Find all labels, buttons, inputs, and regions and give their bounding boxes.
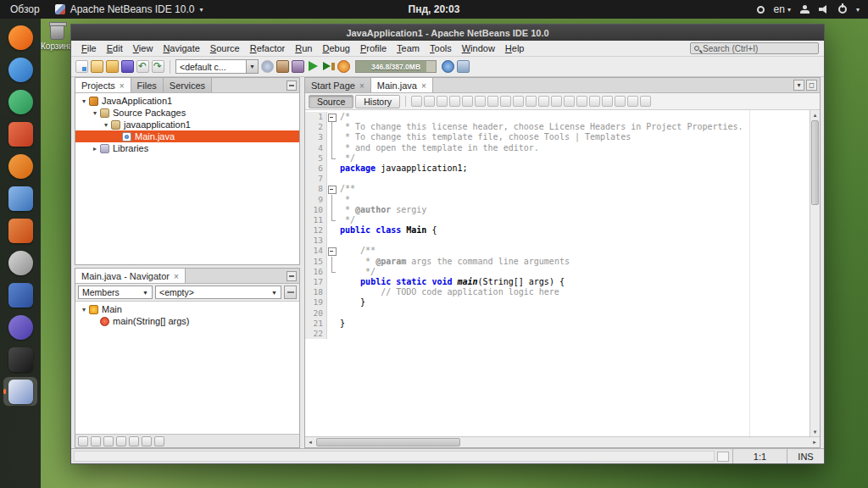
shift-left-icon[interactable] bbox=[576, 96, 587, 107]
menu-team[interactable]: Team bbox=[392, 43, 425, 53]
keyboard-layout-indicator[interactable]: en ▾ bbox=[774, 3, 791, 15]
filter-combobox[interactable]: <empty> ▼ bbox=[155, 286, 281, 299]
uncomment-lines-icon[interactable] bbox=[640, 96, 651, 107]
code-line[interactable]: 21} bbox=[305, 319, 810, 329]
activities-button[interactable]: Обзор bbox=[8, 3, 42, 15]
new-project-icon[interactable] bbox=[91, 60, 103, 73]
system-menu-chevron-icon[interactable]: ▾ bbox=[856, 6, 860, 14]
code-line[interactable]: 18 // TODO code application logic here bbox=[305, 287, 810, 297]
sort-alpha-icon[interactable] bbox=[129, 436, 139, 446]
sort-source-icon[interactable] bbox=[142, 436, 152, 446]
code-line[interactable]: 8/** bbox=[305, 184, 810, 194]
cast-icon[interactable] bbox=[757, 6, 765, 14]
code-line[interactable]: 4 * and open the template in the editor. bbox=[305, 143, 810, 153]
menu-window[interactable]: Window bbox=[457, 43, 500, 53]
close-icon[interactable] bbox=[359, 80, 364, 91]
view-history-button[interactable]: History bbox=[355, 95, 400, 108]
last-edit-icon[interactable] bbox=[411, 96, 422, 107]
comment-lines-icon[interactable] bbox=[627, 96, 638, 107]
horizontal-scroll-thumb[interactable] bbox=[316, 438, 460, 446]
project-configuration-icon[interactable] bbox=[261, 60, 274, 73]
dock-libreoffice[interactable] bbox=[3, 216, 37, 245]
build-project-icon[interactable] bbox=[276, 60, 289, 73]
shift-right-icon[interactable] bbox=[589, 96, 600, 107]
dock-writer-document[interactable] bbox=[3, 184, 37, 213]
previous-error-icon[interactable] bbox=[551, 96, 562, 107]
code-line[interactable]: 7 bbox=[305, 174, 810, 184]
toggle-search-highlight-icon[interactable] bbox=[500, 96, 511, 107]
dock-rhythmbox[interactable] bbox=[3, 152, 37, 180]
dock-mail[interactable] bbox=[3, 119, 37, 148]
scroll-down-icon[interactable]: ▾ bbox=[810, 427, 820, 436]
tab-services[interactable]: Services bbox=[164, 78, 212, 92]
find-next-icon[interactable] bbox=[475, 96, 486, 107]
code-line[interactable]: 22 bbox=[305, 329, 810, 339]
show-non-public-icon[interactable] bbox=[116, 436, 126, 446]
code-line[interactable]: 2 * To change this license header, choos… bbox=[305, 122, 810, 132]
app-menu[interactable]: Apache NetBeans IDE 10.0 ▾ bbox=[55, 3, 203, 15]
clock[interactable]: Пнд, 20:03 bbox=[409, 3, 460, 15]
forward-icon[interactable] bbox=[437, 96, 448, 107]
tab-list-icon[interactable]: ▾ bbox=[793, 80, 804, 91]
volume-icon[interactable] bbox=[819, 5, 829, 14]
fold-collapse-icon[interactable] bbox=[327, 246, 337, 256]
minimize-panel-icon[interactable] bbox=[287, 80, 297, 91]
code-line[interactable]: 10 * @author sergiy bbox=[305, 205, 810, 215]
clean-and-build-project-icon[interactable] bbox=[292, 60, 304, 73]
power-icon[interactable] bbox=[838, 5, 847, 14]
scroll-up-icon[interactable]: ▴ bbox=[810, 110, 820, 119]
close-icon[interactable] bbox=[120, 80, 125, 91]
search-input[interactable]: Search (Ctrl+I) bbox=[690, 42, 819, 54]
next-error-icon[interactable] bbox=[564, 96, 575, 107]
open-project-icon[interactable] bbox=[106, 60, 119, 73]
dock-files[interactable] bbox=[3, 55, 37, 84]
tree-item-main[interactable]: ▾Main bbox=[75, 303, 299, 315]
debug-project-icon[interactable] bbox=[322, 60, 335, 73]
tab-projects[interactable]: Projects bbox=[75, 78, 131, 92]
menu-file[interactable]: File bbox=[76, 43, 102, 53]
notifications-icon[interactable] bbox=[717, 452, 729, 462]
tab-files[interactable]: Files bbox=[131, 78, 164, 92]
incremental-search-icon[interactable] bbox=[462, 96, 473, 107]
next-bookmark-icon[interactable] bbox=[526, 96, 537, 107]
members-dropdown[interactable]: Members ▼ bbox=[78, 286, 153, 299]
tree-item-main-string-args[interactable]: main(String[] args) bbox=[75, 315, 299, 327]
dock-terminal[interactable] bbox=[3, 345, 37, 374]
run-project-icon[interactable] bbox=[307, 60, 320, 73]
redo-icon[interactable] bbox=[152, 60, 164, 73]
show-static-icon[interactable] bbox=[103, 436, 114, 446]
menu-profile[interactable]: Profile bbox=[355, 43, 392, 53]
menu-navigate[interactable]: Navigate bbox=[158, 43, 204, 53]
back-icon[interactable] bbox=[424, 96, 435, 107]
code-line[interactable]: 11 */ bbox=[305, 215, 810, 225]
close-icon[interactable] bbox=[421, 80, 426, 91]
filter-settings-button[interactable] bbox=[284, 286, 297, 299]
insert-mode-indicator[interactable]: INS bbox=[787, 449, 824, 463]
menu-tools[interactable]: Tools bbox=[425, 43, 457, 53]
code-line[interactable]: 3 * To change this template file, choose… bbox=[305, 132, 810, 142]
menu-view[interactable]: View bbox=[128, 43, 159, 53]
code-line[interactable]: 16 */ bbox=[305, 267, 810, 277]
tools-icon[interactable] bbox=[457, 60, 470, 73]
code-line[interactable]: 6package javaapplication1; bbox=[305, 164, 810, 174]
code-line[interactable]: 12public class Main { bbox=[305, 225, 810, 236]
code-line[interactable]: 1/* bbox=[305, 112, 810, 122]
dock-netbeans[interactable] bbox=[3, 377, 37, 406]
tab-start-page[interactable]: Start Page bbox=[305, 78, 371, 92]
expand-arrow-icon[interactable]: ▸ bbox=[90, 145, 100, 152]
dock-skype[interactable] bbox=[3, 313, 37, 341]
dock-help[interactable] bbox=[3, 248, 37, 277]
expand-arrow-icon[interactable]: ▾ bbox=[79, 306, 89, 313]
menu-source[interactable]: Source bbox=[205, 43, 245, 53]
scroll-left-icon[interactable]: ◂ bbox=[305, 437, 315, 447]
globe-icon[interactable] bbox=[442, 60, 454, 73]
save-all-files-icon[interactable] bbox=[121, 60, 134, 73]
tree-item-source-packages[interactable]: ▾Source Packages bbox=[75, 107, 299, 119]
code-line[interactable]: 9 * bbox=[305, 195, 810, 205]
expand-arrow-icon[interactable]: ▾ bbox=[79, 97, 89, 105]
show-fields-icon[interactable] bbox=[91, 436, 101, 446]
tree-item-javaapplication1[interactable]: ▾JavaApplication1 bbox=[75, 95, 299, 107]
filter-icon[interactable] bbox=[154, 436, 164, 446]
start-macro-recording-icon[interactable] bbox=[602, 96, 613, 107]
menu-run[interactable]: Run bbox=[290, 43, 317, 53]
